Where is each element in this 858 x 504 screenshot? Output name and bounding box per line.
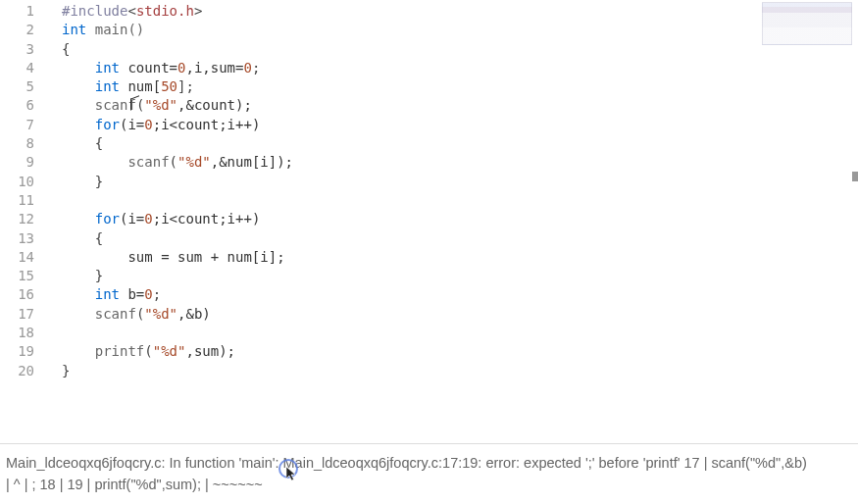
line-number: 5	[0, 77, 34, 96]
line-number: 1	[0, 2, 34, 21]
scrollbar-marker[interactable]	[852, 172, 858, 181]
line-number: 3	[0, 40, 34, 59]
code-line[interactable]: }	[62, 267, 858, 285]
line-number: 6	[0, 96, 34, 115]
code-line[interactable]: {	[62, 40, 858, 59]
line-number: 4	[0, 59, 34, 77]
line-number: 2	[0, 21, 34, 39]
line-gutter: 1 2 3 4 5 6 7 8 9 10 11 12 13 14 15 16 1…	[0, 0, 44, 436]
code-editor[interactable]: 1 2 3 4 5 6 7 8 9 10 11 12 13 14 15 16 1…	[0, 0, 858, 436]
code-line[interactable]: printf("%d",sum);	[62, 342, 858, 361]
code-line[interactable]: for(i=0;i<count;i++)	[62, 116, 858, 134]
code-line[interactable]: }	[62, 362, 858, 380]
code-line[interactable]: for(i=0;i<count;i++)	[62, 210, 858, 228]
line-number: 20	[0, 362, 34, 380]
code-line[interactable]: int main()	[62, 21, 858, 39]
code-line[interactable]: int num[50];	[62, 77, 858, 96]
code-line[interactable]: }	[62, 173, 858, 191]
code-line[interactable]	[62, 324, 858, 342]
error-line: | ^ | ; 18 | 19 | printf("%d",sum); | ~~…	[6, 474, 852, 495]
preprocessor: #include	[62, 3, 127, 19]
code-line[interactable]: scanf("%d",&count);	[62, 96, 858, 115]
line-number: 15	[0, 267, 34, 285]
code-line[interactable]: #include<stdio.h>	[62, 2, 858, 21]
line-number: 10	[0, 173, 34, 191]
line-number: 17	[0, 305, 34, 324]
line-number: 9	[0, 153, 34, 172]
code-line[interactable]	[62, 191, 858, 210]
line-number: 7	[0, 116, 34, 134]
error-line: Main_ldceoqxq6jfoqcry.c: In function 'ma…	[6, 452, 852, 474]
line-number: 16	[0, 285, 34, 304]
compiler-output[interactable]: Main_ldceoqxq6jfoqcry.c: In function 'ma…	[0, 443, 858, 504]
code-line[interactable]: scanf("%d",&num[i]);	[62, 153, 858, 172]
line-number: 11	[0, 191, 34, 210]
line-number: 13	[0, 229, 34, 248]
line-number: 14	[0, 248, 34, 267]
line-number: 18	[0, 324, 34, 342]
code-line[interactable]: int count=0,i,sum=0;	[62, 59, 858, 77]
code-line[interactable]: {	[62, 229, 858, 248]
code-line[interactable]: scanf("%d",&b)	[62, 305, 858, 324]
code-line[interactable]: int b=0;	[62, 285, 858, 304]
line-number: 8	[0, 134, 34, 153]
line-number: 19	[0, 342, 34, 361]
code-line[interactable]: sum = sum + num[i];	[62, 248, 858, 267]
code-line[interactable]: {	[62, 134, 858, 153]
line-number: 12	[0, 210, 34, 228]
minimap[interactable]	[762, 2, 852, 45]
code-content[interactable]: #include<stdio.h> int main() { int count…	[44, 0, 858, 436]
